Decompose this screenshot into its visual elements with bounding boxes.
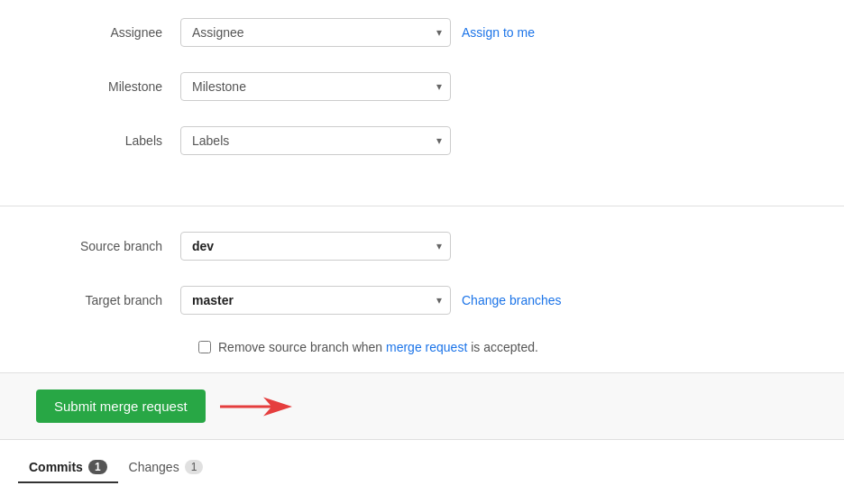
arrow-indicator	[220, 393, 292, 420]
assignee-select-wrapper[interactable]: Assignee ▾	[180, 18, 451, 47]
remove-branch-checkbox[interactable]	[198, 341, 211, 353]
tab-changes-badge: 1	[185, 460, 204, 474]
tab-commits-label: Commits	[29, 460, 83, 474]
remove-branch-row: Remove source branch when merge request …	[198, 340, 808, 354]
tab-commits-badge: 1	[88, 460, 107, 474]
target-branch-select-wrapper[interactable]: master ▾	[180, 286, 451, 315]
source-branch-control: dev ▾	[180, 232, 451, 261]
arrow-icon	[220, 393, 292, 420]
submit-section: Submit merge request	[0, 372, 844, 440]
labels-control: Labels ▾	[180, 126, 451, 155]
assignee-label: Assignee	[36, 25, 180, 40]
merge-request-link[interactable]: merge request	[386, 340, 467, 354]
milestone-select[interactable]: Milestone	[180, 72, 451, 101]
tab-changes-label: Changes	[129, 460, 179, 474]
section-divider	[0, 206, 844, 206]
tab-changes[interactable]: Changes 1	[118, 453, 215, 483]
labels-select-wrapper[interactable]: Labels ▾	[180, 126, 451, 155]
milestone-select-wrapper[interactable]: Milestone ▾	[180, 72, 451, 101]
target-branch-select[interactable]: master	[180, 286, 451, 315]
branch-section: Source branch dev ▾ Target branch master…	[0, 214, 844, 372]
labels-row: Labels Labels ▾	[36, 126, 808, 155]
assignee-control: Assignee ▾ Assign to me	[180, 18, 535, 47]
target-branch-label: Target branch	[36, 293, 180, 307]
remove-branch-label: Remove source branch when merge request …	[218, 340, 538, 354]
assignee-select[interactable]: Assignee	[180, 18, 451, 47]
source-branch-row: Source branch dev ▾	[36, 232, 808, 261]
source-branch-label: Source branch	[36, 239, 180, 253]
source-branch-select-wrapper[interactable]: dev ▾	[180, 232, 451, 261]
svg-marker-0	[220, 397, 292, 416]
labels-label: Labels	[36, 133, 180, 148]
assignee-row: Assignee Assignee ▾ Assign to me	[36, 18, 808, 47]
milestone-row: Milestone Milestone ▾	[36, 72, 808, 101]
tabs-section: Commits 1 Changes 1	[0, 440, 844, 483]
target-branch-row: Target branch master ▾ Change branches	[36, 286, 808, 315]
milestone-label: Milestone	[36, 79, 180, 94]
milestone-control: Milestone ▾	[180, 72, 451, 101]
labels-select[interactable]: Labels	[180, 126, 451, 155]
tab-commits[interactable]: Commits 1	[18, 453, 118, 483]
assign-to-me-link[interactable]: Assign to me	[462, 25, 535, 40]
source-branch-select[interactable]: dev	[180, 232, 451, 261]
change-branches-link[interactable]: Change branches	[462, 293, 562, 307]
submit-merge-request-button[interactable]: Submit merge request	[36, 389, 206, 423]
target-branch-control: master ▾ Change branches	[180, 286, 562, 315]
